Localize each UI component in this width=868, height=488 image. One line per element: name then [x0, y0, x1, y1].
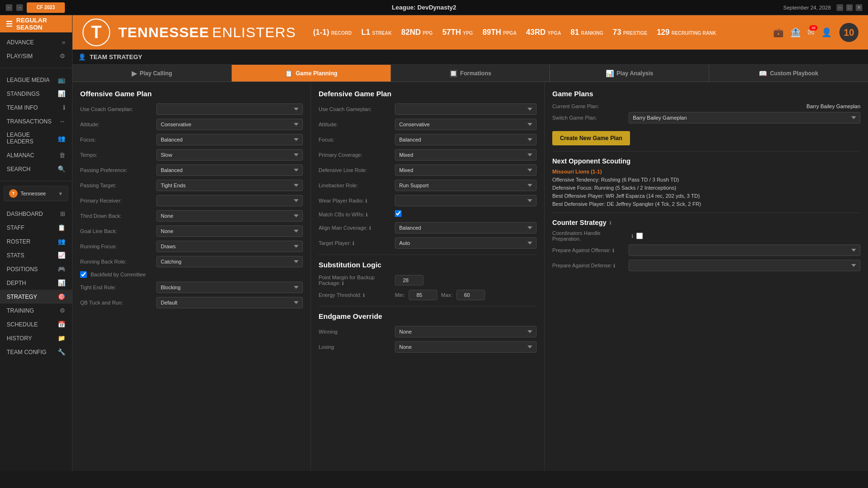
sidebar-item-schedule[interactable]: SCHEDULE 📅 [0, 317, 72, 331]
focus-select-off[interactable]: Balanced Run Pass [156, 134, 303, 145]
sidebar-item-history[interactable]: HISTORY 📁 [0, 331, 72, 345]
primary-receiver-control[interactable] [156, 195, 303, 206]
attitude-select-def[interactable]: Conservative Balanced Aggressive [395, 119, 537, 130]
counter-info-icon[interactable]: ℹ [610, 220, 611, 225]
mail-icon[interactable]: ✉ 38 [807, 27, 815, 38]
switch-game-plan-select[interactable]: Barry Bailey Gameplan [629, 112, 860, 123]
switch-game-plan-control[interactable]: Barry Bailey Gameplan [629, 112, 860, 123]
tab-play-analysis[interactable]: 📊 Play Analysis [550, 65, 709, 81]
wear-radio-info-icon[interactable]: ℹ [365, 198, 367, 203]
use-coach-control-off[interactable] [156, 103, 303, 115]
prepare-offense-info-icon[interactable]: ℹ [612, 248, 614, 253]
create-game-plan-button[interactable]: Create New Game Plan [552, 131, 630, 145]
back-button[interactable]: ← [6, 4, 12, 11]
passing-pref-select[interactable]: Balanced Short Deep [156, 164, 303, 176]
tab-formations[interactable]: 🔲 Formations [391, 65, 550, 81]
goal-line-select[interactable]: None [156, 225, 303, 237]
dl-role-control[interactable]: Mixed Pass Rush Run Stop [395, 164, 537, 176]
sidebar-item-staff[interactable]: STAFF 📋 [0, 221, 72, 234]
losing-select[interactable]: None [395, 341, 537, 353]
close-button[interactable]: ✕ [856, 4, 862, 11]
passing-target-select[interactable]: Tight Ends Wide Receivers Running Backs [156, 180, 303, 191]
focus-control-off[interactable]: Balanced Run Pass [156, 134, 303, 145]
maximize-button[interactable]: □ [846, 4, 853, 11]
primary-coverage-control[interactable]: Mixed Man Zone [395, 149, 537, 161]
tempo-control[interactable]: Slow Normal Fast [156, 149, 303, 161]
point-margin-input[interactable] [395, 275, 424, 285]
team-selector[interactable]: T Tennessee ▼ [4, 186, 68, 201]
qb-tuck-select[interactable]: Default Never Always [156, 297, 303, 308]
losing-control[interactable]: None [395, 341, 537, 353]
te-role-select[interactable]: Blocking Receiving Balanced [156, 282, 303, 293]
use-coach-control-def[interactable] [395, 103, 537, 115]
target-player-info-icon[interactable]: ℹ [352, 241, 354, 246]
sidebar-item-dashboard[interactable]: DASHBOARD ⊞ [0, 207, 72, 221]
match-cbs-checkbox[interactable] [395, 210, 402, 217]
attitude-select-off[interactable]: Conservative Balanced Aggressive [156, 119, 303, 130]
focus-select-def[interactable]: Balanced Run Stop Pass Rush [395, 134, 537, 145]
energy-min-input[interactable] [409, 290, 437, 300]
sidebar-item-transactions[interactable]: TRANSACTIONS ↔ [0, 114, 72, 128]
sidebar-item-training[interactable]: TRAINING ⚙ [0, 304, 72, 317]
sidebar-item-search[interactable]: SEARCH 🔍 [0, 162, 72, 176]
primary-receiver-select[interactable] [156, 195, 303, 206]
running-focus-control[interactable]: Draws Inside Outside [156, 241, 303, 252]
energy-max-input[interactable] [456, 290, 485, 300]
energy-info-icon[interactable]: ℹ [363, 293, 365, 298]
attitude-control-off[interactable]: Conservative Balanced Aggressive [156, 119, 303, 130]
third-down-control[interactable]: None [156, 210, 303, 222]
dl-role-select[interactable]: Mixed Pass Rush Run Stop [395, 164, 537, 176]
third-down-select[interactable]: None [156, 210, 303, 222]
sidebar-item-team-info[interactable]: TEAM INFO ℹ [0, 101, 72, 114]
prepare-defense-select[interactable] [629, 260, 860, 271]
tempo-select[interactable]: Slow Normal Fast [156, 149, 303, 161]
match-cbs-control[interactable] [395, 210, 537, 218]
coordinators-checkbox[interactable] [636, 233, 643, 239]
tab-custom-playbook[interactable]: 📖 Custom Playbook [709, 65, 868, 81]
sidebar-item-roster[interactable]: ROSTER 👥 [0, 234, 72, 248]
align-man-select[interactable]: Balanced Inside Outside [395, 222, 537, 234]
minimize-button[interactable]: – [837, 4, 843, 11]
point-margin-control[interactable] [395, 275, 537, 285]
rb-role-control[interactable]: Catching Blocking Balanced [156, 256, 303, 267]
sidebar-item-stats[interactable]: STATS 📈 [0, 248, 72, 262]
prepare-offense-control[interactable] [629, 244, 860, 256]
prepare-offense-select[interactable] [629, 244, 860, 256]
sidebar-item-league-leaders[interactable]: LEAGUE LEADERS 👥 [0, 128, 72, 148]
use-coach-select-def[interactable] [395, 103, 537, 115]
sidebar-item-positions[interactable]: POSITIONS 🎮 [0, 262, 72, 276]
sidebar-item-strategy[interactable]: STRATEGY 🎯 [0, 290, 72, 304]
point-margin-info-icon[interactable]: ℹ [342, 281, 344, 286]
winning-control[interactable]: None [395, 326, 537, 337]
qb-tuck-control[interactable]: Default Never Always [156, 297, 303, 308]
winning-select[interactable]: None [395, 326, 537, 337]
prepare-defense-info-icon[interactable]: ℹ [613, 263, 615, 268]
passing-pref-control[interactable]: Balanced Short Deep [156, 164, 303, 176]
sidebar-item-team-config[interactable]: TEAM CONFIG 🔧 [0, 345, 72, 359]
match-cbs-info-icon[interactable]: ℹ [366, 212, 368, 217]
target-player-control[interactable]: Auto [395, 237, 537, 249]
align-man-control[interactable]: Balanced Inside Outside [395, 222, 537, 234]
lb-role-control[interactable]: Run Support Pass Coverage Blitz [395, 180, 537, 191]
tab-game-planning[interactable]: 📋 Game Planning [232, 65, 391, 81]
attitude-control-def[interactable]: Conservative Balanced Aggressive [395, 119, 537, 130]
running-focus-select[interactable]: Draws Inside Outside [156, 241, 303, 252]
align-man-info-icon[interactable]: ℹ [369, 225, 371, 231]
person-icon[interactable]: 👤 [821, 27, 832, 38]
focus-control-def[interactable]: Balanced Run Stop Pass Rush [395, 134, 537, 145]
briefcase-icon[interactable]: 💼 [773, 27, 784, 38]
use-coach-select-off[interactable] [156, 103, 303, 115]
wear-radio-select[interactable] [395, 195, 537, 206]
lb-role-select[interactable]: Run Support Pass Coverage Blitz [395, 180, 537, 191]
prepare-defense-control[interactable] [629, 260, 860, 271]
sidebar-item-standings[interactable]: STANDINGS 📊 [0, 87, 72, 101]
te-role-control[interactable]: Blocking Receiving Balanced [156, 282, 303, 293]
forward-button[interactable]: → [16, 4, 23, 11]
sidebar-item-advance[interactable]: ADVANCE » [0, 35, 72, 49]
primary-coverage-select[interactable]: Mixed Man Zone [395, 149, 537, 161]
sidebar-item-playsim[interactable]: PLAY/SIM ⚙ [0, 49, 72, 63]
passing-target-control[interactable]: Tight Ends Wide Receivers Running Backs [156, 180, 303, 191]
coordinators-info-icon[interactable]: ℹ [631, 234, 633, 239]
sidebar-item-almanac[interactable]: ALMANAC 🗑 [0, 148, 72, 162]
tab-play-calling[interactable]: ▶ Play Calling [72, 65, 232, 81]
